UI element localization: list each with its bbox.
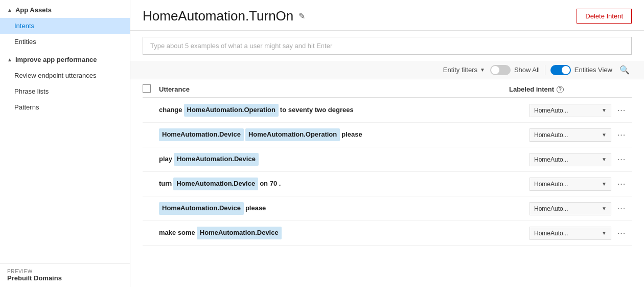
sidebar: ▲ App Assets Intents Entities ▲ Improve … bbox=[0, 0, 130, 287]
row-actions-col: ··· bbox=[611, 229, 632, 238]
dropdown-chevron-icon: ▼ bbox=[602, 206, 607, 211]
sidebar-item-phrase-lists[interactable]: Phrase lists bbox=[0, 83, 130, 99]
main-header: HomeAutomation.TurnOn ✎ Delete Intent bbox=[130, 0, 644, 31]
intent-value: HomeAuto... bbox=[534, 181, 568, 188]
entity-filters-label: Entity filters bbox=[443, 66, 477, 74]
intent-cell: HomeAuto...▼ bbox=[530, 153, 611, 166]
search-icon: 🔍 bbox=[619, 65, 630, 74]
intent-dropdown[interactable]: HomeAuto...▼ bbox=[530, 153, 611, 166]
intent-value: HomeAuto... bbox=[534, 131, 568, 139]
page-title: HomeAutomation.TurnOn bbox=[143, 8, 293, 24]
entities-view-toggle-wrap: Entities View bbox=[550, 65, 612, 75]
intent-title-area: HomeAutomation.TurnOn ✎ bbox=[143, 8, 305, 24]
header-checkbox-col bbox=[143, 84, 159, 94]
utterance-cell: make some HomeAutomation.Device bbox=[159, 227, 530, 239]
utterance-search-input[interactable]: Type about 5 examples of what a user mig… bbox=[143, 37, 632, 55]
more-actions-button[interactable]: ··· bbox=[611, 204, 632, 213]
utterance-cell: turn HomeAutomation.Device on 70 . bbox=[159, 178, 530, 190]
toolbar-divider bbox=[545, 65, 545, 75]
entities-view-label: Entities View bbox=[574, 66, 612, 74]
row-actions-col: ··· bbox=[611, 106, 632, 115]
intent-dropdown[interactable]: HomeAuto...▼ bbox=[530, 178, 611, 191]
intent-value: HomeAuto... bbox=[534, 107, 568, 114]
main-content: HomeAutomation.TurnOn ✎ Delete Intent Ty… bbox=[130, 0, 644, 287]
table-row: make some HomeAutomation.DeviceHomeAuto.… bbox=[143, 221, 632, 246]
utterance-cell: HomeAutomation.Device HomeAutomation.Ope… bbox=[159, 128, 530, 141]
more-actions-button[interactable]: ··· bbox=[611, 229, 632, 238]
sidebar-item-entities[interactable]: Entities bbox=[0, 34, 130, 50]
show-all-toggle-wrap: Show All bbox=[490, 65, 540, 75]
entity-tag[interactable]: HomeAutomation.Operation bbox=[245, 128, 340, 141]
utterance-col-header: Utterance bbox=[159, 85, 509, 93]
prebuilt-domains-label: Prebuilt Domains bbox=[7, 274, 62, 282]
intent-cell: HomeAuto...▼ bbox=[530, 227, 611, 240]
row-actions-col: ··· bbox=[611, 204, 632, 213]
intent-dropdown[interactable]: HomeAuto...▼ bbox=[530, 128, 611, 142]
dropdown-chevron-icon: ▼ bbox=[602, 230, 607, 236]
intent-value: HomeAuto... bbox=[534, 230, 568, 237]
app-assets-chevron-icon: ▲ bbox=[7, 7, 12, 13]
sidebar-item-intents[interactable]: Intents bbox=[0, 18, 130, 34]
table-row: turn HomeAutomation.Device on 70 .HomeAu… bbox=[143, 172, 632, 196]
intent-dropdown[interactable]: HomeAuto...▼ bbox=[530, 202, 611, 215]
help-icon[interactable]: ? bbox=[557, 86, 564, 93]
utterance-cell: change HomeAutomation.Operation to seven… bbox=[159, 104, 530, 117]
improve-label: Improve app performance bbox=[15, 56, 97, 63]
dropdown-chevron-icon: ▼ bbox=[602, 107, 607, 113]
dropdown-chevron-icon: ▼ bbox=[602, 181, 607, 187]
row-actions-col: ··· bbox=[611, 155, 632, 164]
row-actions-col: ··· bbox=[611, 180, 632, 189]
intent-cell: HomeAuto...▼ bbox=[530, 104, 611, 117]
intent-dropdown[interactable]: HomeAuto...▼ bbox=[530, 104, 611, 117]
table-row: HomeAutomation.Device HomeAutomation.Ope… bbox=[143, 123, 632, 147]
prebuilt-domains-section[interactable]: PREVIEW Prebuilt Domains bbox=[0, 263, 130, 287]
show-all-label: Show All bbox=[514, 66, 540, 74]
table-row: HomeAutomation.Device pleaseHomeAuto...▼… bbox=[143, 196, 632, 221]
toolbar: Entity filters ▼ Show All Entities View … bbox=[130, 61, 644, 79]
entity-filters-button[interactable]: Entity filters ▼ bbox=[443, 66, 485, 74]
intent-cell: HomeAuto...▼ bbox=[530, 202, 611, 215]
intent-dropdown[interactable]: HomeAuto...▼ bbox=[530, 227, 611, 240]
toggle-knob bbox=[491, 66, 499, 74]
table-row: change HomeAutomation.Operation to seven… bbox=[143, 98, 632, 123]
row-actions-col: ··· bbox=[611, 130, 632, 140]
select-all-checkbox[interactable] bbox=[143, 84, 151, 93]
entity-tag[interactable]: HomeAutomation.Operation bbox=[184, 104, 279, 117]
table-row: play HomeAutomation.DeviceHomeAuto...▼··… bbox=[143, 147, 632, 172]
more-actions-button[interactable]: ··· bbox=[611, 130, 632, 140]
more-actions-button[interactable]: ··· bbox=[611, 106, 632, 115]
intent-cell: HomeAuto...▼ bbox=[530, 178, 611, 191]
table-rows-container: change HomeAutomation.Operation to seven… bbox=[143, 98, 632, 246]
more-actions-button[interactable]: ··· bbox=[611, 180, 632, 189]
entity-tag[interactable]: HomeAutomation.Device bbox=[159, 128, 244, 141]
utterances-table: Utterance Labeled intent ? change HomeAu… bbox=[130, 79, 644, 287]
intent-cell: HomeAuto...▼ bbox=[530, 128, 611, 142]
delete-intent-button[interactable]: Delete Intent bbox=[577, 9, 632, 24]
more-actions-button[interactable]: ··· bbox=[611, 155, 632, 164]
sidebar-item-patterns[interactable]: Patterns bbox=[0, 99, 130, 115]
entity-tag[interactable]: HomeAutomation.Device bbox=[159, 202, 244, 215]
app-assets-section[interactable]: ▲ App Assets bbox=[0, 0, 130, 18]
entity-tag[interactable]: HomeAutomation.Device bbox=[173, 178, 258, 190]
search-placeholder: Type about 5 examples of what a user mig… bbox=[150, 42, 332, 50]
improve-chevron-icon: ▲ bbox=[7, 57, 12, 62]
table-header: Utterance Labeled intent ? bbox=[143, 79, 632, 98]
labeled-intent-col-header: Labeled intent ? bbox=[509, 85, 611, 93]
entities-view-toggle-knob bbox=[562, 66, 570, 74]
search-icon-button[interactable]: 🔍 bbox=[617, 64, 632, 76]
dropdown-chevron-icon: ▼ bbox=[602, 132, 607, 138]
preview-badge: PREVIEW bbox=[7, 269, 123, 274]
intent-value: HomeAuto... bbox=[534, 205, 568, 212]
utterance-cell: play HomeAutomation.Device bbox=[159, 153, 530, 166]
entity-filters-chevron-icon: ▼ bbox=[480, 67, 485, 73]
entity-tag[interactable]: HomeAutomation.Device bbox=[174, 153, 259, 166]
entities-view-toggle[interactable] bbox=[550, 65, 571, 75]
sidebar-item-review[interactable]: Review endpoint utterances bbox=[0, 68, 130, 83]
dropdown-chevron-icon: ▼ bbox=[602, 157, 607, 162]
show-all-toggle[interactable] bbox=[490, 65, 511, 75]
intent-value: HomeAuto... bbox=[534, 156, 568, 163]
improve-app-section[interactable]: ▲ Improve app performance bbox=[0, 50, 130, 68]
entity-tag[interactable]: HomeAutomation.Device bbox=[197, 227, 282, 239]
app-assets-label: App Assets bbox=[15, 6, 52, 14]
edit-icon[interactable]: ✎ bbox=[298, 11, 305, 21]
